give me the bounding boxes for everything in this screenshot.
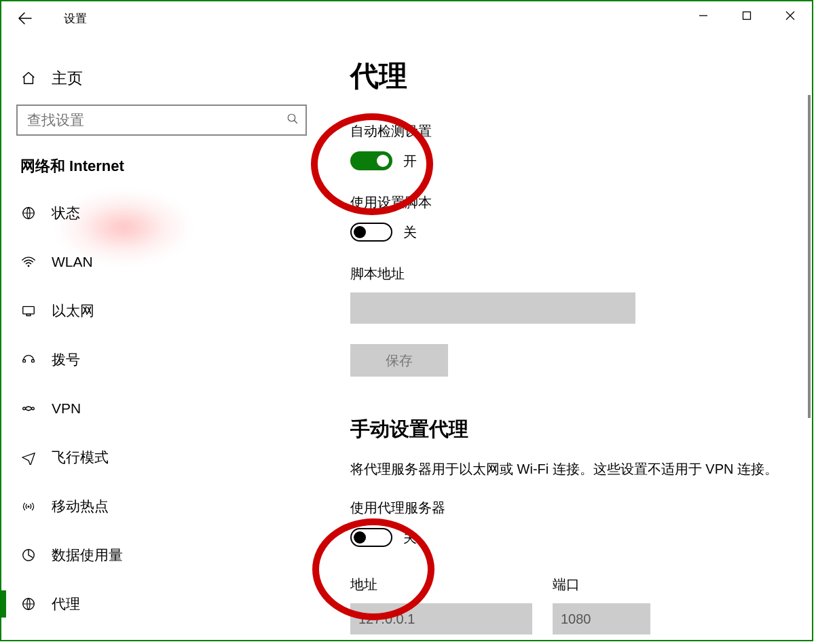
close-icon xyxy=(785,11,795,20)
auto-detect-label: 自动检测设置 xyxy=(350,122,798,140)
status-icon xyxy=(20,205,37,221)
sidebar-item-airplane[interactable]: 飞行模式 xyxy=(1,433,322,482)
proxy-port-input xyxy=(553,603,650,634)
sidebar-item-proxy[interactable]: 代理 xyxy=(1,580,322,628)
minimize-icon xyxy=(699,11,708,20)
datausage-icon xyxy=(20,547,37,563)
svg-rect-8 xyxy=(23,307,35,314)
save-button-label: 保存 xyxy=(386,352,413,370)
sidebar-item-status[interactable]: 状态 xyxy=(1,189,322,238)
port-label: 端口 xyxy=(553,575,650,594)
use-script-label: 使用设置脚本 xyxy=(350,193,798,212)
svg-rect-10 xyxy=(23,360,26,362)
sidebar-item-vpn[interactable]: VPN xyxy=(1,384,322,433)
svg-rect-11 xyxy=(32,360,35,362)
sidebar-item-label: WLAN xyxy=(52,254,93,270)
svg-point-12 xyxy=(23,407,26,410)
vpn-icon xyxy=(20,400,37,417)
sidebar-item-label: VPN xyxy=(52,400,81,417)
use-proxy-state: 关 xyxy=(403,529,417,547)
svg-rect-9 xyxy=(26,314,31,316)
search-icon xyxy=(286,113,299,128)
back-button[interactable] xyxy=(16,5,43,32)
hotspot-icon xyxy=(20,498,37,514)
close-button[interactable] xyxy=(768,1,812,30)
sidebar-item-label: 拨号 xyxy=(52,350,80,369)
nav-list: 状态 WLAN 以太网 拨号 VPN xyxy=(1,189,322,628)
proxy-address-input xyxy=(350,603,532,634)
sidebar-item-hotspot[interactable]: 移动热点 xyxy=(1,482,322,531)
app-title: 设置 xyxy=(64,11,87,26)
maximize-icon xyxy=(742,11,752,20)
proxy-icon xyxy=(20,596,37,612)
manual-section-desc: 将代理服务器用于以太网或 Wi-Fi 连接。这些设置不适用于 VPN 连接。 xyxy=(350,458,783,480)
manual-section-title: 手动设置代理 xyxy=(350,416,798,443)
sidebar-item-wlan[interactable]: WLAN xyxy=(1,238,322,286)
svg-line-5 xyxy=(294,120,297,124)
auto-detect-toggle[interactable] xyxy=(350,151,392,170)
svg-point-4 xyxy=(288,114,295,121)
scrollbar[interactable] xyxy=(808,95,811,418)
sidebar-item-dialup[interactable]: 拨号 xyxy=(1,335,322,384)
address-label: 地址 xyxy=(350,575,532,594)
svg-point-7 xyxy=(28,265,30,267)
page-title: 代理 xyxy=(350,57,798,95)
home-icon xyxy=(20,70,37,86)
use-script-state: 关 xyxy=(403,223,417,242)
home-link[interactable]: 主页 xyxy=(1,56,322,100)
svg-point-14 xyxy=(27,506,29,508)
search-input[interactable] xyxy=(26,111,286,129)
use-proxy-toggle[interactable] xyxy=(350,528,392,547)
use-proxy-label: 使用代理服务器 xyxy=(350,499,798,517)
sidebar-item-ethernet[interactable]: 以太网 xyxy=(1,286,322,335)
search-box[interactable] xyxy=(16,105,307,136)
minimize-button[interactable] xyxy=(682,1,725,30)
maximize-button[interactable] xyxy=(725,1,768,30)
wifi-icon xyxy=(20,254,37,270)
script-address-input xyxy=(350,292,635,324)
sidebar-item-label: 移动热点 xyxy=(52,497,109,516)
home-label: 主页 xyxy=(52,68,83,89)
save-button-disabled: 保存 xyxy=(350,344,448,377)
svg-rect-1 xyxy=(743,12,751,20)
sidebar-item-label: 状态 xyxy=(52,204,80,223)
sidebar: 主页 网络和 Internet 状态 WLAN xyxy=(1,35,322,640)
svg-point-13 xyxy=(32,407,35,410)
settings-window: 设置 主页 xyxy=(0,0,813,641)
sidebar-item-label: 代理 xyxy=(52,594,80,613)
back-arrow-icon xyxy=(16,10,33,26)
script-address-label: 脚本地址 xyxy=(350,265,798,283)
auto-detect-state: 开 xyxy=(403,152,417,170)
sidebar-item-label: 数据使用量 xyxy=(52,546,123,565)
airplane-icon xyxy=(20,449,37,466)
titlebar: 设置 xyxy=(1,1,812,35)
content-pane: 代理 自动检测设置 开 使用设置脚本 关 脚本地址 保存 手动设置代理 将代理服… xyxy=(322,35,812,640)
dialup-icon xyxy=(20,352,37,368)
category-title: 网络和 Internet xyxy=(1,136,322,189)
sidebar-item-datausage[interactable]: 数据使用量 xyxy=(1,531,322,580)
use-script-toggle[interactable] xyxy=(350,223,392,242)
ethernet-icon xyxy=(20,303,37,319)
sidebar-item-label: 以太网 xyxy=(52,301,94,320)
sidebar-item-label: 飞行模式 xyxy=(52,448,109,467)
